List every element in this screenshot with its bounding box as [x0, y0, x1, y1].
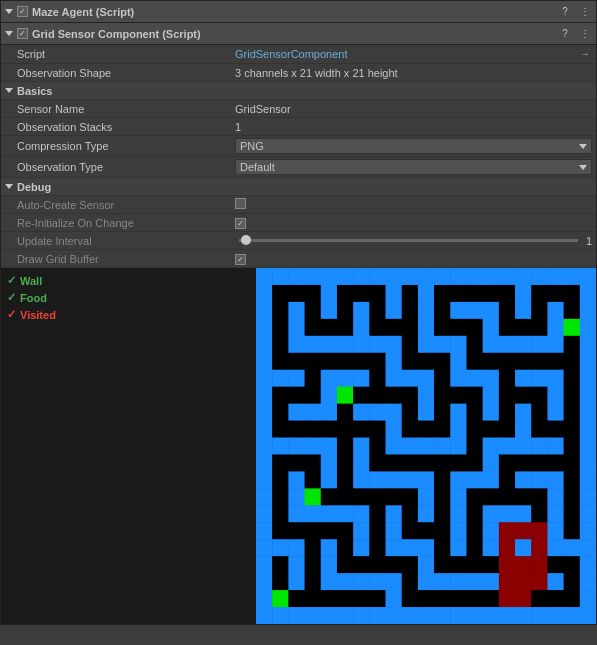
- food-label: Food: [20, 292, 47, 304]
- legend-item-food: ✓ Food: [7, 289, 250, 306]
- obs-type-dropdown-arrow: [579, 165, 587, 170]
- grid-sensor-header: Grid Sensor Component (Script) ? ⋮: [1, 23, 596, 45]
- grid-canvas-area: [256, 268, 596, 624]
- maze-header-icons: ? ⋮: [558, 5, 592, 19]
- food-check-icon: ✓: [7, 291, 16, 304]
- reinit-row: Re-Initialize On Change: [1, 214, 596, 232]
- grid-sensor-title: Grid Sensor Component (Script): [32, 28, 554, 40]
- obs-type-label: Observation Type: [5, 161, 235, 173]
- grid-header-icons: ? ⋮: [558, 27, 592, 41]
- grid-settings-icon[interactable]: ⋮: [578, 27, 592, 41]
- basics-header: Basics: [1, 82, 596, 100]
- grid-sensor-checkbox[interactable]: [17, 28, 28, 39]
- obs-type-dropdown-value: Default: [240, 161, 275, 173]
- slider-thumb[interactable]: [241, 235, 251, 245]
- compression-dropdown-value: PNG: [240, 140, 264, 152]
- maze-canvas: [256, 268, 596, 624]
- slider-value: 1: [586, 235, 592, 247]
- script-value[interactable]: GridSensorComponent: [235, 48, 578, 60]
- visited-check-icon: ✓: [7, 308, 16, 321]
- debug-fold-icon[interactable]: [5, 184, 13, 189]
- auto-create-value: [235, 198, 592, 211]
- grid-fold-icon[interactable]: [5, 31, 13, 36]
- sensor-name-row: Sensor Name GridSensor: [1, 100, 596, 118]
- compression-dropdown[interactable]: PNG: [235, 138, 592, 154]
- update-interval-row: Update Interval 1: [1, 232, 596, 250]
- obs-stacks-label: Observation Stacks: [5, 121, 235, 133]
- obs-type-row: Observation Type Default: [1, 157, 596, 178]
- sensor-name-value: GridSensor: [235, 103, 592, 115]
- maze-fold-icon[interactable]: [5, 9, 13, 14]
- legend-item-wall: ✓ Wall: [7, 272, 250, 289]
- basics-label: Basics: [17, 85, 52, 97]
- draw-grid-value: [235, 252, 592, 265]
- basics-fold-icon[interactable]: [5, 88, 13, 93]
- slider-container: 1: [235, 235, 592, 247]
- obs-shape-row: Observation Shape 3 channels x 21 width …: [1, 64, 596, 82]
- sensor-name-label: Sensor Name: [5, 103, 235, 115]
- maze-agent-checkbox[interactable]: [17, 6, 28, 17]
- slider-track[interactable]: [239, 239, 578, 242]
- draw-grid-checkbox[interactable]: [235, 254, 246, 265]
- maze-help-icon[interactable]: ?: [558, 5, 572, 19]
- visited-label: Visited: [20, 309, 56, 321]
- legend-area: ✓ Wall ✓ Food ✓ Visited: [1, 268, 256, 624]
- reinit-value: [235, 216, 592, 229]
- main-panel: Maze Agent (Script) ? ⋮ Grid Sensor Comp…: [0, 0, 597, 625]
- wall-check-icon: ✓: [7, 274, 16, 287]
- obs-type-value: Default: [235, 159, 592, 175]
- obs-type-dropdown[interactable]: Default: [235, 159, 592, 175]
- script-arrow-icon[interactable]: →: [578, 47, 592, 61]
- maze-agent-title: Maze Agent (Script): [32, 6, 554, 18]
- debug-label: Debug: [17, 181, 51, 193]
- legend-item-visited: ✓ Visited: [7, 306, 250, 323]
- update-interval-label: Update Interval: [5, 235, 235, 247]
- obs-stacks-row: Observation Stacks 1: [1, 118, 596, 136]
- wall-label: Wall: [20, 275, 42, 287]
- script-row: Script GridSensorComponent →: [1, 45, 596, 64]
- reinit-label: Re-Initialize On Change: [5, 217, 235, 229]
- compression-label: Compression Type: [5, 140, 235, 152]
- bottom-section: ✓ Wall ✓ Food ✓ Visited: [1, 268, 596, 624]
- debug-header: Debug: [1, 178, 596, 196]
- maze-agent-header: Maze Agent (Script) ? ⋮: [1, 1, 596, 23]
- auto-create-label: Auto-Create Sensor: [5, 199, 235, 211]
- maze-settings-icon[interactable]: ⋮: [578, 5, 592, 19]
- auto-create-checkbox[interactable]: [235, 198, 246, 209]
- script-label: Script: [5, 48, 235, 60]
- obs-shape-value: 3 channels x 21 width x 21 height: [235, 67, 592, 79]
- compression-value: PNG: [235, 138, 592, 154]
- reinit-checkbox[interactable]: [235, 218, 246, 229]
- update-interval-value: 1: [235, 235, 592, 247]
- grid-help-icon[interactable]: ?: [558, 27, 572, 41]
- draw-grid-label: Draw Grid Buffer: [5, 253, 235, 265]
- obs-stacks-value: 1: [235, 121, 592, 133]
- obs-shape-label: Observation Shape: [5, 67, 235, 79]
- auto-create-row: Auto-Create Sensor: [1, 196, 596, 214]
- compression-dropdown-arrow: [579, 144, 587, 149]
- compression-row: Compression Type PNG: [1, 136, 596, 157]
- draw-grid-row: Draw Grid Buffer: [1, 250, 596, 268]
